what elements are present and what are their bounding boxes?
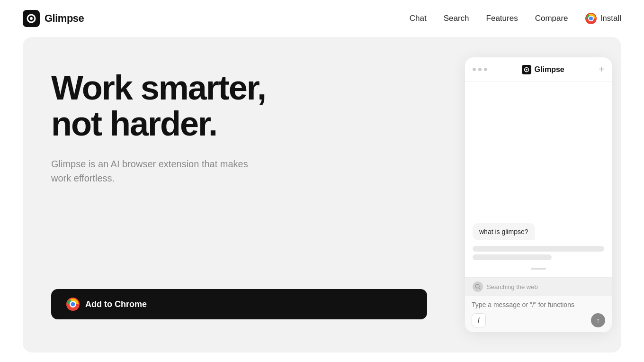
svg-point-11 bbox=[526, 69, 527, 70]
chat-skeleton-1 bbox=[473, 246, 604, 252]
svg-line-13 bbox=[479, 288, 481, 290]
chat-dot-1 bbox=[473, 68, 476, 71]
hero-right: Glimpse + what is glimpse? bbox=[456, 37, 621, 353]
hero-title-line1: Work smarter, bbox=[51, 69, 266, 107]
cta-label: Add to Chrome bbox=[85, 299, 147, 309]
hero-subtitle: Glimpse is an AI browser extension that … bbox=[51, 157, 250, 185]
nav-link-chat[interactable]: Chat bbox=[410, 14, 427, 23]
chat-header-logo: Glimpse bbox=[522, 65, 564, 74]
chrome-icon-nav bbox=[585, 13, 597, 24]
chat-user-message: what is glimpse? bbox=[473, 223, 535, 240]
chat-dot-3 bbox=[484, 68, 487, 71]
chat-input-bottom: / ↑ bbox=[472, 313, 605, 327]
chat-input[interactable] bbox=[472, 301, 605, 308]
svg-point-5 bbox=[589, 17, 593, 20]
nav-logo[interactable]: Glimpse bbox=[23, 10, 84, 27]
chat-panel: Glimpse + what is glimpse? bbox=[465, 57, 612, 332]
chat-skeleton-2 bbox=[473, 254, 552, 260]
chat-response-area bbox=[473, 246, 604, 260]
searching-bar: Searching the web bbox=[465, 277, 612, 296]
hero-title: Work smarter, not harder. bbox=[51, 70, 427, 142]
nav-link-features[interactable]: Features bbox=[486, 14, 518, 23]
searching-icon bbox=[475, 284, 481, 290]
slash-label: / bbox=[478, 317, 480, 324]
searching-label: Searching the web bbox=[487, 283, 538, 290]
chat-send-button[interactable]: ↑ bbox=[591, 313, 605, 327]
send-arrow-icon: ↑ bbox=[597, 317, 600, 324]
svg-point-8 bbox=[71, 302, 75, 307]
chat-input-area[interactable]: / ↑ bbox=[465, 296, 612, 332]
nav-install-label: Install bbox=[600, 14, 621, 23]
svg-point-12 bbox=[475, 284, 479, 288]
navbar: Glimpse Chat Search Features Compare Ins… bbox=[0, 0, 644, 37]
hero-left: Work smarter, not harder. Glimpse is an … bbox=[23, 37, 456, 353]
nav-install-button[interactable]: Install bbox=[585, 13, 621, 24]
nav-logo-text: Glimpse bbox=[45, 12, 84, 25]
chat-slash-button[interactable]: / bbox=[472, 313, 486, 327]
glimpse-logo-icon bbox=[23, 10, 40, 27]
nav-links: Chat Search Features Compare Install bbox=[410, 13, 621, 24]
chat-header: Glimpse + bbox=[465, 57, 612, 82]
add-to-chrome-button[interactable]: Add to Chrome bbox=[51, 289, 427, 319]
nav-link-compare[interactable]: Compare bbox=[535, 14, 568, 23]
nav-link-search[interactable]: Search bbox=[444, 14, 469, 23]
chat-logo-icon bbox=[522, 65, 531, 74]
hero-section: Work smarter, not harder. Glimpse is an … bbox=[23, 37, 621, 353]
chat-header-dots bbox=[473, 68, 487, 71]
chat-dot-2 bbox=[478, 68, 482, 71]
chat-new-button[interactable]: + bbox=[599, 64, 604, 75]
hero-title-line2: not harder. bbox=[51, 105, 217, 143]
chat-header-logo-text: Glimpse bbox=[535, 65, 564, 74]
chrome-icon-cta bbox=[66, 298, 80, 311]
svg-point-2 bbox=[30, 17, 33, 20]
hero-content: Work smarter, not harder. Glimpse is an … bbox=[51, 70, 427, 289]
chat-scroll-indicator bbox=[531, 268, 546, 270]
chat-body: what is glimpse? bbox=[465, 82, 612, 277]
searching-dot bbox=[473, 281, 483, 292]
